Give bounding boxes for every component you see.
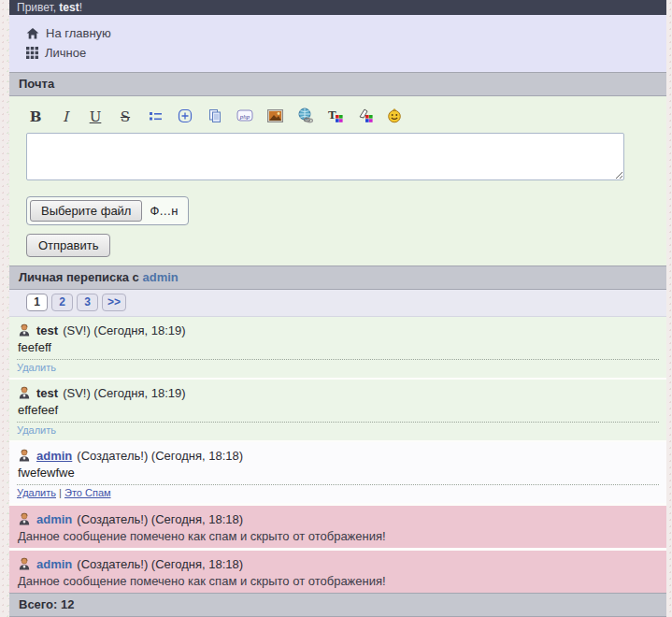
page-button[interactable]: 2 (51, 294, 73, 311)
smiley-button[interactable] (385, 108, 404, 126)
file-status-text: Ф…н (150, 204, 178, 218)
total-bar: Всего: 12 (9, 593, 666, 617)
main-nav: На главную Личное (9, 15, 666, 72)
copy-button[interactable] (206, 108, 224, 126)
pagination-top: 123>> (9, 290, 666, 317)
fill-color-icon (357, 108, 373, 126)
message-author[interactable]: admin (36, 557, 72, 571)
format-italic-button[interactable]: I (56, 108, 75, 126)
message-body: Данное сообщение помечено как спам и скр… (18, 573, 659, 589)
message-header: admin (Создатель!) (Сегодня, 18:18) (17, 555, 659, 572)
user-avatar-icon (17, 323, 32, 337)
conversation-header: Личная переписка с admin (9, 265, 666, 290)
home-icon (26, 27, 39, 40)
message-header: admin (Создатель!) (Сегодня, 18:18) (17, 510, 659, 527)
choose-file-button[interactable]: Выберите файл (30, 200, 142, 222)
send-button[interactable]: Отправить (26, 234, 110, 257)
strikethrough-icon: S (121, 108, 130, 125)
smiley-icon (387, 108, 402, 126)
delete-link[interactable]: Удалить (17, 362, 56, 373)
greeting-bar: Привет, test! (9, 0, 666, 15)
grid-icon (26, 47, 38, 59)
nav-personal-link[interactable]: Личное (26, 43, 666, 63)
peer-link[interactable]: admin (142, 270, 178, 284)
nav-home-link[interactable]: На главную (26, 23, 666, 43)
message-author: test (36, 386, 58, 400)
message-row: admin (Создатель!) (Сегодня, 18:18) fwef… (9, 442, 666, 503)
message-header: test (SV!) (Сегодня, 18:19) (17, 322, 659, 338)
message-row: admin (Создатель!) (Сегодня, 18:18) Данн… (9, 506, 666, 548)
message-author[interactable]: admin (36, 449, 72, 463)
message-meta: (SV!) (Сегодня, 18:19) (63, 323, 185, 337)
nav-home-label: На главную (46, 26, 111, 40)
message-author[interactable]: admin (36, 512, 72, 526)
php-icon: php (236, 108, 253, 125)
list-button[interactable] (146, 108, 164, 126)
message-row: test (SV!) (Сегодня, 18:19) feefeff Удал… (9, 317, 666, 378)
action-separator: | (56, 487, 64, 498)
delete-link[interactable]: Удалить (17, 487, 56, 498)
format-strikethrough-button[interactable]: S (116, 108, 135, 126)
format-underline-button[interactable]: U (86, 108, 105, 126)
main-panel: Привет, test! На главную Личное Почта B … (9, 0, 666, 617)
message-meta: (SV!) (Сегодня, 18:19) (63, 386, 185, 400)
message-header: admin (Создатель!) (Сегодня, 18:18) (17, 447, 659, 464)
total-label: Всего: 12 (19, 597, 74, 611)
page-button[interactable]: 1 (26, 294, 48, 311)
greeting-suffix: ! (79, 1, 82, 14)
spam-link[interactable]: Это Спам (64, 487, 111, 498)
list-icon (149, 110, 162, 124)
php-code-button[interactable]: php (236, 108, 254, 126)
svg-text:T: T (328, 108, 336, 122)
image-icon (267, 109, 283, 125)
user-avatar-icon (17, 511, 32, 526)
underline-icon: U (90, 108, 102, 125)
compose-form: B I U S php T Выберите файл Ф…н Отправит… (9, 96, 666, 265)
link-button[interactable] (295, 108, 314, 126)
svg-text:php: php (239, 113, 250, 121)
message-actions: Удалить (17, 359, 659, 374)
message-actions: Удалить (17, 422, 659, 437)
greeting-prefix: Привет, (17, 1, 59, 14)
user-avatar-icon (17, 556, 32, 571)
link-icon (297, 108, 313, 126)
file-input[interactable]: Выберите файл Ф…н (26, 196, 189, 225)
mail-section-header: Почта (9, 72, 666, 96)
text-color-button[interactable]: T (325, 108, 344, 126)
delete-link[interactable]: Удалить (17, 424, 56, 436)
message-actions: Удалить | Это Спам (17, 484, 659, 499)
message-meta: (Создатель!) (Сегодня, 18:18) (77, 512, 243, 526)
plus-circle-icon (178, 108, 193, 126)
image-button[interactable] (265, 108, 284, 126)
message-meta: (Создатель!) (Сегодня, 18:18) (77, 557, 243, 571)
fill-color-button[interactable] (355, 108, 374, 126)
message-body: feefeff (18, 339, 659, 355)
message-row: test (SV!) (Сегодня, 18:19) effefeef Уда… (9, 380, 666, 440)
format-bold-button[interactable]: B (26, 108, 45, 126)
message-textarea[interactable] (26, 133, 624, 180)
bold-icon: B (30, 108, 42, 125)
user-avatar-icon (17, 448, 32, 463)
message-list: test (SV!) (Сегодня, 18:19) feefeff Удал… (9, 317, 666, 593)
mail-section-title: Почта (19, 77, 54, 91)
message-row: admin (Создатель!) (Сегодня, 18:18) Данн… (9, 551, 666, 593)
user-avatar-icon (17, 385, 32, 400)
format-toolbar: B I U S php T (26, 107, 650, 127)
message-body: fwefewfwe (18, 465, 659, 481)
conversation-title: Личная переписка с (19, 270, 142, 284)
page-button[interactable]: 3 (77, 294, 98, 311)
text-color-icon: T (327, 108, 343, 126)
message-body: effefeef (18, 402, 659, 418)
copy-icon (207, 108, 222, 126)
italic-icon: I (63, 108, 68, 125)
message-author: test (36, 323, 58, 337)
message-body: Данное сообщение помечено как спам и скр… (18, 528, 659, 544)
insert-plus-button[interactable] (176, 108, 194, 126)
message-meta: (Создатель!) (Сегодня, 18:18) (77, 449, 243, 463)
greeting-username: test (59, 1, 79, 14)
message-header: test (SV!) (Сегодня, 18:19) (17, 384, 659, 401)
pagination-next-button[interactable]: >> (102, 294, 126, 311)
nav-personal-label: Личное (45, 46, 86, 60)
